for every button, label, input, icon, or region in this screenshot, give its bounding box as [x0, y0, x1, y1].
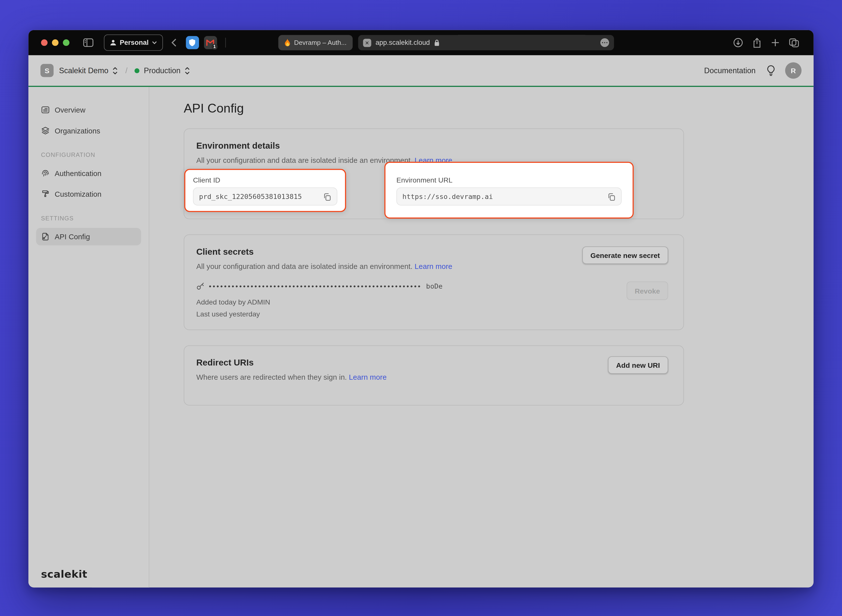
lightbulb-icon[interactable]	[767, 65, 775, 76]
close-window-button[interactable]	[41, 40, 48, 46]
sidebar-item-customization[interactable]: Customization	[36, 185, 141, 203]
api-config-file-icon	[41, 232, 50, 241]
key-icon	[196, 282, 204, 290]
chevron-down-icon	[152, 41, 157, 44]
new-tab-plus-icon[interactable]	[771, 38, 780, 47]
lock-icon	[434, 39, 440, 46]
org-switcher-icon[interactable]	[112, 66, 118, 75]
sidebar-item-label: Overview	[54, 106, 85, 114]
toolbar-divider	[225, 38, 226, 48]
sidebar: Overview Organizations CONFIGURATION	[28, 87, 149, 587]
app-header: S Scalekit Demo / Production Documentati…	[28, 55, 814, 87]
secret-added-by: Added today by ADMIN	[196, 298, 270, 306]
client-id-label: Client ID	[193, 176, 337, 184]
copy-icon[interactable]	[323, 192, 331, 201]
profile-selector[interactable]: Personal	[104, 34, 163, 51]
environment-url-label: Environment URL	[396, 176, 622, 184]
sidebar-item-authentication[interactable]: Authentication	[36, 164, 141, 182]
zoom-window-button[interactable]	[63, 40, 69, 46]
org-name: Scalekit Demo	[59, 66, 108, 75]
fingerprint-icon	[41, 169, 50, 177]
client-id-value: prd_skc_12205605381013815	[199, 192, 323, 201]
tab-favicon-x-icon: ✕	[363, 39, 371, 47]
browser-window: Personal 1	[28, 30, 814, 588]
address-bar[interactable]: ✕ app.scalekit.cloud	[358, 35, 614, 50]
add-new-uri-button[interactable]: Add new URI	[608, 356, 668, 374]
back-button[interactable]	[171, 38, 176, 47]
overview-icon	[41, 106, 50, 114]
copy-icon[interactable]	[607, 192, 616, 201]
sidebar-item-label: API Config	[54, 233, 90, 241]
card-description: Where users are redirected when they sig…	[196, 373, 349, 381]
sidebar-toggle-icon[interactable]	[83, 38, 94, 47]
card-heading: Client secrets	[196, 247, 254, 257]
client-id-field[interactable]: prd_skc_12205605381013815	[193, 188, 337, 205]
masked-secret: ••••••••••••••••••••••••••••••••••••••••…	[209, 282, 422, 290]
sidebar-item-label: Customization	[54, 190, 101, 198]
secret-suffix: boDe	[426, 282, 442, 290]
redirect-uris-card: Redirect URIs Where users are redirected…	[184, 345, 684, 405]
tab-overview-icon[interactable]	[789, 38, 799, 47]
person-icon	[110, 40, 116, 46]
secret-row: ••••••••••••••••••••••••••••••••••••••••…	[196, 282, 443, 290]
profile-label: Personal	[120, 39, 149, 47]
client-secrets-card: Client secrets All your configuration an…	[184, 235, 684, 330]
gmail-badge: 1	[212, 44, 217, 50]
sidebar-section-settings: SETTINGS	[41, 215, 141, 221]
breadcrumb-separator: /	[125, 66, 128, 75]
layers-icon	[41, 126, 50, 135]
sidebar-item-overview[interactable]: Overview	[36, 101, 141, 119]
card-description: All your configuration and data are isol…	[196, 156, 414, 164]
page-title: API Config	[184, 100, 813, 117]
scalekit-logo: scalekit	[41, 568, 87, 580]
sidebar-section-configuration: CONFIGURATION	[41, 151, 141, 158]
learn-more-link[interactable]: Learn more	[414, 263, 453, 271]
secret-last-used: Last used yesterday	[196, 310, 260, 318]
paintbrush-icon	[41, 190, 50, 198]
card-heading: Environment details	[196, 141, 280, 151]
window-controls	[41, 40, 69, 46]
environment-switcher-icon[interactable]	[184, 66, 190, 75]
learn-more-link[interactable]: Learn more	[349, 373, 387, 381]
page-menu-ellipsis-icon[interactable]	[600, 38, 609, 47]
environment-url-field[interactable]: https://sso.devramp.ai	[396, 188, 622, 205]
share-icon[interactable]	[752, 37, 761, 48]
sidebar-item-organizations[interactable]: Organizations	[36, 122, 141, 139]
browser-chrome: Personal 1	[28, 30, 814, 55]
tab-devramp[interactable]: Devramp – Auth...	[278, 35, 353, 50]
revoke-button[interactable]: Revoke	[626, 282, 668, 300]
org-avatar: S	[40, 64, 54, 77]
environment-status-dot	[135, 68, 140, 73]
main-content: API Config Environment details All your …	[149, 87, 814, 587]
sidebar-item-api-config[interactable]: API Config	[36, 228, 141, 245]
environment-name: Production	[144, 66, 181, 75]
documentation-link[interactable]: Documentation	[704, 66, 756, 75]
user-avatar[interactable]: R	[785, 62, 802, 79]
sidebar-item-label: Authentication	[54, 169, 101, 177]
desktop: Personal 1	[0, 0, 842, 616]
sidebar-item-label: Organizations	[54, 126, 100, 135]
address-url: app.scalekit.cloud	[376, 39, 430, 47]
card-description: All your configuration and data are isol…	[196, 263, 414, 271]
minimize-window-button[interactable]	[52, 40, 59, 46]
firebase-flame-icon	[284, 39, 290, 47]
card-heading: Redirect URIs	[196, 358, 254, 368]
chrome-right-toolbar	[733, 37, 799, 48]
downloads-icon[interactable]	[733, 38, 743, 48]
gmail-extension-icon[interactable]: 1	[204, 36, 217, 49]
environment-url-value: https://sso.devramp.ai	[402, 192, 607, 201]
generate-new-secret-button[interactable]: Generate new secret	[582, 246, 668, 264]
shield-extension-icon[interactable]	[186, 36, 199, 49]
environment-details-card: Environment details All your configurati…	[184, 129, 684, 219]
environment-url-highlight-box: Environment URL https://sso.devramp.ai	[384, 162, 634, 219]
client-id-highlight-box: Client ID prd_skc_12205605381013815	[184, 169, 346, 212]
tab-title: Devramp – Auth...	[294, 39, 347, 47]
